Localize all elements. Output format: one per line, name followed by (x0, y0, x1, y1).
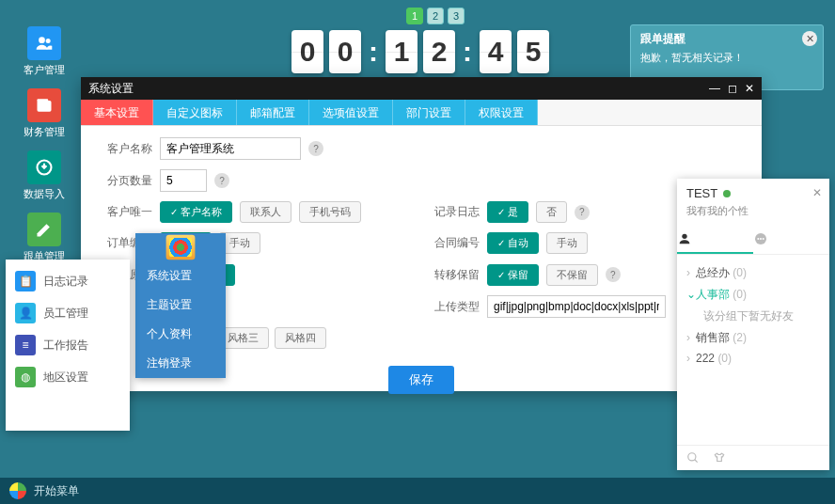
maximize-icon[interactable]: ◻ (728, 82, 737, 95)
pill-nokeep[interactable]: 不保留 (546, 264, 598, 286)
badge-3[interactable]: 3 (448, 8, 465, 24)
pill-keep[interactable]: 保留 (487, 264, 539, 286)
chevron-right-icon: › (686, 331, 696, 344)
svg-point-10 (757, 238, 759, 240)
help-icon[interactable]: ? (308, 141, 323, 156)
close-icon[interactable]: ✕ (745, 82, 754, 95)
field-label: 上传类型 (425, 299, 480, 315)
desktop-icon-order[interactable]: 跟单管理 (23, 213, 66, 263)
icon-label: 财务管理 (24, 125, 65, 139)
tree-item[interactable]: ›总经办 (0) (686, 262, 820, 284)
badge-1[interactable]: 1 (406, 8, 423, 24)
side-label: 地区设置 (43, 370, 88, 386)
svg-point-1 (46, 39, 51, 43)
pill-name[interactable]: 客户名称 (160, 201, 232, 223)
side-item-region[interactable]: ◍地区设置 (6, 361, 130, 393)
side-label: 日志记录 (43, 274, 88, 290)
pill-phone[interactable]: 手机号码 (299, 201, 361, 223)
svg-point-13 (688, 453, 696, 461)
ctx-theme[interactable]: 主题设置 (135, 291, 226, 320)
dept-tree: ›总经办 (0) ⌄人事部 (0) 该分组下暂无好友 ›销售部 (2) ›222… (677, 255, 829, 445)
tab-perm[interactable]: 权限设置 (465, 100, 538, 125)
clock: 0 0 : 1 2 : 4 5 (291, 30, 549, 73)
side-label: 工作报告 (43, 338, 88, 354)
minimize-icon[interactable]: — (709, 82, 720, 95)
windows-logo-icon (166, 235, 196, 260)
clock-digit: 5 (517, 30, 549, 73)
window-title: 系统设置 (88, 81, 134, 97)
pill-manual[interactable]: 手动 (546, 232, 588, 254)
customer-name-input[interactable] (160, 137, 301, 160)
help-icon[interactable]: ? (214, 173, 229, 188)
field-label: 转移保留 (425, 267, 480, 283)
page-count-input[interactable] (160, 169, 207, 192)
start-label[interactable]: 开始菜单 (34, 483, 79, 499)
tab-dept[interactable]: 部门设置 (393, 100, 465, 125)
side-item-staff[interactable]: 👤员工管理 (6, 297, 130, 329)
close-icon[interactable]: ✕ (802, 31, 817, 46)
side-item-log[interactable]: 📋日志记录 (6, 265, 130, 297)
context-header (135, 233, 226, 261)
test-subtitle: 我有我的个性 (677, 204, 829, 226)
reminder-title: 跟单提醒 (640, 31, 813, 47)
tree-item[interactable]: ⌄人事部 (0) (686, 284, 820, 306)
upload-types-input[interactable] (487, 295, 666, 318)
tree-item[interactable]: ›销售部 (2) (686, 327, 820, 349)
pill-no[interactable]: 否 (536, 201, 567, 223)
tab-icons[interactable]: 自定义图标 (153, 100, 237, 125)
desktop-icon-import[interactable]: 数据导入 (23, 150, 66, 201)
reminder-body: 抱歉，暂无相关记录！ (640, 51, 813, 65)
test-tabs (677, 226, 829, 255)
clock-digit: 4 (480, 30, 512, 73)
chevron-right-icon: › (686, 266, 696, 279)
tab-basic[interactable]: 基本设置 (81, 100, 153, 125)
field-label: 客户唯一 (98, 204, 152, 220)
shirt-icon[interactable] (713, 451, 726, 465)
clock-digit: 0 (291, 30, 323, 73)
clock-colon: : (367, 36, 380, 68)
test-panel: ✕ TEST 我有我的个性 ›总经办 (0) ⌄人事部 (0) 该分组下暂无好友… (677, 179, 829, 470)
save-button[interactable]: 保存 (388, 366, 454, 394)
users-icon (27, 26, 61, 60)
pill-contact[interactable]: 联系人 (240, 201, 291, 223)
start-logo-icon[interactable] (9, 482, 26, 499)
close-icon[interactable]: ✕ (812, 186, 822, 199)
style-row: 风格二 风格三 风格四 (160, 327, 745, 349)
context-menu: 系统设置 主题设置 个人资料 注销登录 (135, 233, 226, 378)
svg-rect-3 (38, 99, 49, 102)
side-popup: 📋日志记录 👤员工管理 ≡工作报告 ◍地区设置 (6, 260, 130, 431)
tab-options[interactable]: 选项值设置 (309, 100, 393, 125)
test-title: TEST (686, 186, 717, 200)
side-label: 员工管理 (43, 306, 88, 322)
pill-auto[interactable]: 自动 (487, 232, 539, 254)
help-icon[interactable]: ? (575, 205, 590, 220)
svg-point-12 (763, 238, 764, 240)
window-titlebar[interactable]: 系统设置 — ◻ ✕ (81, 77, 762, 100)
pill-yes[interactable]: 是 (487, 201, 528, 223)
chevron-right-icon: › (686, 352, 696, 365)
tab-mail[interactable]: 邮箱配置 (237, 100, 309, 125)
icon-label: 客户管理 (24, 63, 65, 77)
style-4[interactable]: 风格四 (275, 327, 326, 349)
ctx-system[interactable]: 系统设置 (135, 261, 226, 291)
clock-digit: 1 (386, 30, 418, 73)
ctx-profile[interactable]: 个人资料 (135, 320, 226, 349)
tab-messages[interactable] (753, 226, 829, 254)
desktop-icon-customer[interactable]: 客户管理 (23, 26, 66, 77)
tree-empty: 该分组下暂无好友 (686, 306, 820, 327)
badge-2[interactable]: 2 (427, 8, 444, 24)
icon-label: 数据导入 (24, 187, 65, 201)
taskbar: 开始菜单 (0, 478, 835, 504)
user-icon: 👤 (15, 303, 36, 323)
tab-bar: 基本设置 自定义图标 邮箱配置 选项值设置 部门设置 权限设置 (81, 100, 762, 126)
tree-item[interactable]: ›222 (0) (686, 349, 820, 368)
tab-contacts[interactable] (677, 226, 753, 254)
doc-icon: ≡ (15, 335, 36, 355)
clock-colon: : (461, 36, 474, 68)
search-icon[interactable] (686, 451, 700, 465)
help-icon[interactable]: ? (606, 267, 621, 282)
desktop-icon-finance[interactable]: 财务管理 (23, 88, 66, 139)
ctx-logout[interactable]: 注销登录 (135, 349, 226, 378)
side-item-report[interactable]: ≡工作报告 (6, 329, 130, 361)
svg-rect-2 (38, 101, 52, 112)
